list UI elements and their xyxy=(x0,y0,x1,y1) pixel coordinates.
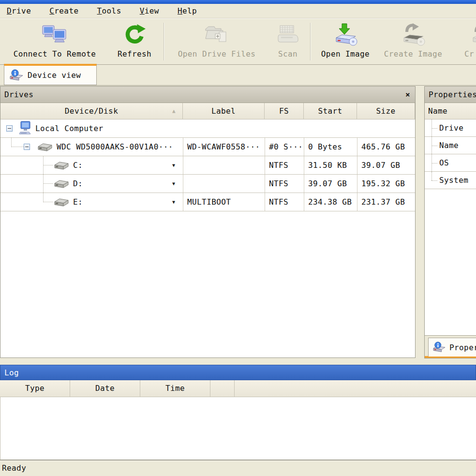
column-fs[interactable]: FS xyxy=(265,103,304,119)
toolbar-button-label: Cr xyxy=(449,49,476,60)
remote-computers-icon xyxy=(3,22,106,49)
toolbar-button-label: Open Image xyxy=(314,49,376,60)
tree-line xyxy=(43,183,53,184)
chevron-down-icon[interactable]: ▼ xyxy=(172,193,175,211)
refresh-button[interactable]: Refresh xyxy=(109,22,160,62)
property-row-drive[interactable]: Drive xyxy=(425,119,476,137)
column-device-disk[interactable]: Device/Disk ▲ xyxy=(0,103,183,119)
tab-label: Properties xyxy=(449,343,476,352)
table-row-volume-c[interactable]: C: ▼ NTFS 31.50 KB 39.07 GB xyxy=(0,156,415,175)
hard-disk-icon xyxy=(37,142,53,152)
log-panel-title: Log xyxy=(4,368,19,377)
table-row-physical-disk[interactable]: WDC WD5000AAKS-00V1A0··· WD-WCAWF0558···… xyxy=(0,138,415,156)
tree-line xyxy=(431,180,437,181)
property-row-name[interactable]: Name xyxy=(425,137,476,154)
properties-column-name[interactable]: Name xyxy=(425,103,476,119)
properties-panel-titlebar: Properties xyxy=(425,87,476,103)
column-start[interactable]: Start xyxy=(304,103,357,119)
table-row-local-computer[interactable]: Local Computer xyxy=(0,119,415,138)
create-clipped-button: Cr xyxy=(449,22,476,62)
create-image-icon xyxy=(381,22,445,49)
sort-ascending-icon: ▲ xyxy=(172,103,176,119)
drives-column-header: Device/Disk ▲ Label FS Start Size xyxy=(0,103,415,119)
tree-line xyxy=(431,146,437,146)
toolbar-button-label: Scan xyxy=(269,49,307,60)
toolbar-separator xyxy=(310,23,311,60)
toolbar-button-label: Open Drive Files xyxy=(167,49,266,60)
menu-bar: Drive Create Tools View Help xyxy=(0,4,476,18)
log-header-filler xyxy=(235,380,476,397)
menu-create[interactable]: Create xyxy=(43,4,85,18)
drives-panel: Drives × Device/Disk ▲ Label FS Start Si… xyxy=(0,86,416,358)
connect-to-remote-button[interactable]: Connect To Remote xyxy=(3,22,106,62)
column-size[interactable]: Size xyxy=(357,103,415,119)
create-image-button: Create Image xyxy=(381,22,445,62)
create-clipped-icon xyxy=(449,22,476,49)
menu-view[interactable]: View xyxy=(133,4,166,18)
toolbar-button-label: Create Image xyxy=(381,49,445,60)
tree-line xyxy=(43,193,44,202)
toolbar: Connect To Remote Refresh Open Drive Fil… xyxy=(0,18,476,65)
tree-line xyxy=(11,147,24,147)
tree-line xyxy=(431,172,432,180)
status-text: Ready xyxy=(2,463,26,473)
chevron-down-icon[interactable]: ▼ xyxy=(172,175,175,193)
table-row-volume-e[interactable]: E: ▼ MULTIBOOT NTFS 234.38 GB 231.37 GB xyxy=(0,193,415,211)
column-label[interactable]: Label xyxy=(183,103,265,119)
toolbar-button-label: Refresh xyxy=(109,49,160,60)
log-column-header: Type Date Time xyxy=(0,380,476,397)
tab-device-view[interactable]: Device view xyxy=(4,64,97,85)
collapse-toggle[interactable] xyxy=(6,125,13,132)
properties-tabbar: Properties xyxy=(425,335,476,358)
tab-strip: Device view xyxy=(0,65,476,86)
log-panel-titlebar: Log xyxy=(0,365,476,380)
drives-panel-title: Drives xyxy=(4,90,33,99)
tree-line xyxy=(431,128,437,129)
tab-label: Device view xyxy=(28,71,81,80)
status-bar: Ready xyxy=(0,460,476,476)
column-time[interactable]: Time xyxy=(140,380,210,397)
scanner-icon xyxy=(269,22,307,49)
chevron-down-icon[interactable]: ▼ xyxy=(172,156,175,174)
column-type[interactable]: Type xyxy=(0,380,70,397)
menu-help[interactable]: Help xyxy=(171,4,204,18)
volume-icon xyxy=(54,197,69,208)
drives-panel-titlebar: Drives × xyxy=(0,87,415,103)
menu-tools[interactable]: Tools xyxy=(90,4,128,18)
device-name: C: xyxy=(73,156,83,174)
device-name: Local Computer xyxy=(35,119,103,137)
open-drive-files-icon xyxy=(167,22,266,49)
volume-icon xyxy=(54,160,69,171)
device-name: D: xyxy=(73,175,83,193)
table-row-volume-d[interactable]: D: ▼ NTFS 39.07 GB 195.32 GB xyxy=(0,175,415,193)
tree-line xyxy=(11,138,12,147)
refresh-icon xyxy=(109,22,160,49)
log-panel: Log Type Date Time xyxy=(0,365,476,460)
menu-drive[interactable]: Drive xyxy=(0,4,38,18)
properties-panel: Properties Name Drive Name OS System xyxy=(424,86,476,358)
toolbar-button-label: Connect To Remote xyxy=(3,49,106,60)
log-list xyxy=(0,397,476,460)
tree-line xyxy=(43,202,53,202)
computer-icon xyxy=(19,121,31,135)
window-titlebar xyxy=(0,0,476,4)
column-extra xyxy=(210,380,235,397)
tree-line xyxy=(431,163,437,164)
device-info-icon xyxy=(432,342,446,353)
properties-list: Drive Name OS System xyxy=(425,119,476,335)
open-image-icon xyxy=(314,22,376,49)
close-icon[interactable]: × xyxy=(405,87,410,103)
scan-button: Scan xyxy=(269,22,307,62)
device-info-icon xyxy=(9,69,24,82)
properties-panel-title: Properties xyxy=(429,90,476,99)
open-image-button[interactable]: Open Image xyxy=(314,22,376,62)
tab-properties[interactable]: Properties xyxy=(428,338,476,357)
property-row-os[interactable]: OS xyxy=(425,154,476,172)
toolbar-separator xyxy=(164,23,164,60)
volume-icon xyxy=(54,178,69,189)
device-name: E: xyxy=(73,193,83,211)
collapse-toggle[interactable] xyxy=(24,144,30,150)
property-row-system[interactable]: System xyxy=(425,172,476,189)
device-name: WDC WD5000AAKS-00V1A0··· xyxy=(57,138,173,156)
column-date[interactable]: Date xyxy=(70,380,140,397)
